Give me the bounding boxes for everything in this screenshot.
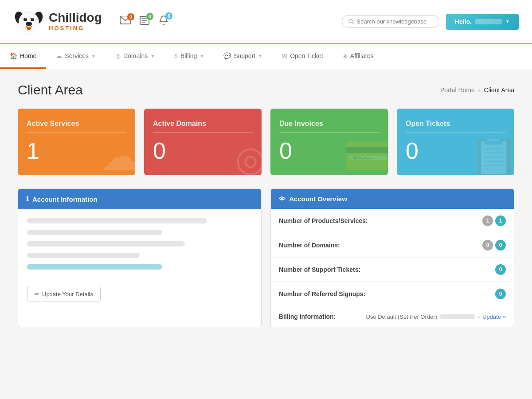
account-info-divider — [27, 276, 252, 276]
due-invoices-bg-icon: 💳 — [343, 133, 388, 175]
panels-row: ℹ Account Information ✏ Update Your Deta… — [18, 188, 514, 327]
domains-total-badge: 0 — [482, 240, 493, 250]
nav-affiliates[interactable]: ◈ Affiliates — [333, 44, 383, 69]
svg-point-9 — [26, 22, 32, 26]
nav-billing[interactable]: $ Billing ▼ — [164, 44, 214, 69]
nav-services-label: Services — [65, 52, 89, 59]
overview-row-tickets: Number of Support Tickets: 0 — [271, 258, 514, 282]
active-domains-card[interactable]: Active Domains 0 ◎ — [144, 109, 262, 175]
account-info-line-4 — [27, 253, 140, 258]
domains-active-badge: 0 — [495, 240, 506, 250]
active-services-bg-icon: ☁ — [100, 133, 135, 175]
svg-point-8 — [32, 18, 33, 19]
update-details-label: Update Your Details — [42, 291, 93, 297]
breadcrumb-current: Client Area — [484, 86, 514, 94]
open-ticket-icon: ✉ — [282, 52, 287, 59]
orders-badge: 0 — [146, 13, 153, 20]
search-box[interactable] — [342, 15, 439, 28]
referrals-badge: 0 — [495, 289, 506, 299]
nav-support-label: Support — [234, 52, 255, 59]
stat-cards: Active Services 1 ☁ Active Domains 0 ◎ D… — [18, 109, 514, 175]
affiliates-icon: ◈ — [343, 52, 348, 59]
account-overview-header: 👁 Account Overview — [271, 189, 514, 209]
active-domains-title: Active Domains — [153, 120, 253, 133]
billing-info-content: Use Default (Set Per Order) - Update » — [366, 313, 506, 320]
info-icon: ℹ — [26, 195, 29, 203]
support-icon: 💬 — [223, 52, 231, 59]
account-info-header: ℹ Account Information — [18, 189, 261, 209]
search-input[interactable] — [357, 18, 433, 25]
account-info-panel: ℹ Account Information ✏ Update Your Deta… — [18, 188, 262, 327]
email-icon-btn[interactable]: 0 — [120, 16, 131, 27]
svg-point-10 — [27, 23, 28, 24]
referrals-label: Number of Referred Signups: — [279, 290, 495, 297]
svg-point-7 — [25, 18, 26, 19]
announcements-badge: 8 — [165, 12, 172, 20]
nav-open-ticket[interactable]: ✉ Open Ticket — [272, 44, 333, 69]
breadcrumb: Portal Home › Client Area — [440, 86, 514, 94]
logo-text-sub: HOSTING — [49, 25, 102, 31]
open-tickets-card[interactable]: Open Tickets 0 📋 — [397, 109, 514, 175]
nav-affiliates-label: Affiliates — [350, 52, 374, 59]
billing-label: Billing Information: — [279, 313, 366, 320]
nav-domains-label: Domains — [123, 52, 148, 59]
announcements-icon-btn[interactable]: 8 — [158, 15, 169, 28]
open-tickets-bg-icon: 📋 — [469, 133, 514, 175]
email-badge: 0 — [127, 13, 134, 20]
svg-point-19 — [349, 19, 352, 23]
hello-label: Hello, — [455, 18, 472, 25]
top-bar: Chillidog HOSTING 0 0 — [0, 0, 532, 44]
pencil-icon: ✏ — [35, 291, 39, 297]
account-overview-title: Account Overview — [289, 195, 347, 203]
domains-label: Number of Domains: — [279, 242, 482, 249]
products-label: Number of Products/Services: — [279, 217, 482, 224]
nav-open-ticket-label: Open Ticket — [290, 52, 323, 59]
active-services-card[interactable]: Active Services 1 ☁ — [18, 109, 135, 175]
billing-text: Use Default (Set Per Order) — [366, 313, 437, 320]
billing-update-link[interactable]: Update » — [482, 313, 506, 320]
svg-rect-18 — [139, 16, 143, 19]
notification-icons: 0 0 8 — [120, 15, 169, 28]
update-details-button[interactable]: ✏ Update Your Details — [27, 287, 101, 301]
account-info-line-1 — [27, 218, 207, 223]
account-overview-panel: 👁 Account Overview Number of Products/Se… — [270, 188, 514, 327]
overview-row-domains: Number of Domains: 0 0 — [271, 233, 514, 258]
account-info-line-5 — [27, 264, 162, 270]
billing-dash: - — [478, 313, 480, 320]
overview-row-products: Number of Products/Services: 1 1 — [271, 209, 514, 233]
search-icon — [348, 19, 354, 25]
due-invoices-title: Due Invoices — [279, 120, 379, 133]
logo[interactable]: Chillidog HOSTING — [13, 6, 102, 37]
products-total-badge: 1 — [482, 215, 493, 226]
tickets-label: Number of Support Tickets: — [279, 266, 495, 273]
page-title: Client Area — [18, 82, 83, 98]
nav-services[interactable]: ☁ Services ▼ — [46, 44, 106, 69]
breadcrumb-row: Client Area Portal Home › Client Area — [18, 82, 514, 98]
nav-home[interactable]: 🏠 Home — [0, 44, 46, 69]
breadcrumb-separator: › — [478, 86, 481, 94]
overview-row-billing: Billing Information: Use Default (Set Pe… — [271, 306, 514, 327]
logo-divider — [111, 11, 111, 33]
breadcrumb-portal-home[interactable]: Portal Home — [440, 86, 475, 94]
eye-icon: 👁 — [279, 195, 286, 203]
products-badges: 1 1 — [482, 215, 506, 226]
products-active-badge: 1 — [495, 215, 506, 226]
nav-support[interactable]: 💬 Support ▼ — [214, 44, 272, 69]
support-dropdown-icon: ▼ — [258, 54, 262, 59]
nav-domains[interactable]: ◎ Domains ▼ — [106, 44, 164, 69]
tickets-badge: 0 — [495, 264, 506, 275]
active-domains-bg-icon: ◎ — [235, 138, 262, 175]
referrals-badges: 0 — [495, 289, 506, 299]
due-invoices-card[interactable]: Due Invoices 0 💳 — [270, 109, 388, 175]
billing-blurred-name — [440, 314, 475, 319]
orders-icon-btn[interactable]: 0 — [139, 16, 150, 27]
account-info-line-2 — [27, 230, 162, 235]
services-dropdown-icon: ▼ — [91, 54, 96, 59]
domains-dropdown-icon: ▼ — [150, 54, 155, 59]
user-name-blurred — [475, 19, 502, 24]
hello-dropdown-btn[interactable]: Hello, ▼ — [446, 14, 519, 30]
tickets-badges: 0 — [495, 264, 506, 275]
logo-text-main: Chillidog — [49, 12, 102, 24]
main-nav: 🏠 Home ☁ Services ▼ ◎ Domains ▼ $ Billin… — [0, 44, 532, 69]
svg-line-20 — [352, 22, 354, 24]
